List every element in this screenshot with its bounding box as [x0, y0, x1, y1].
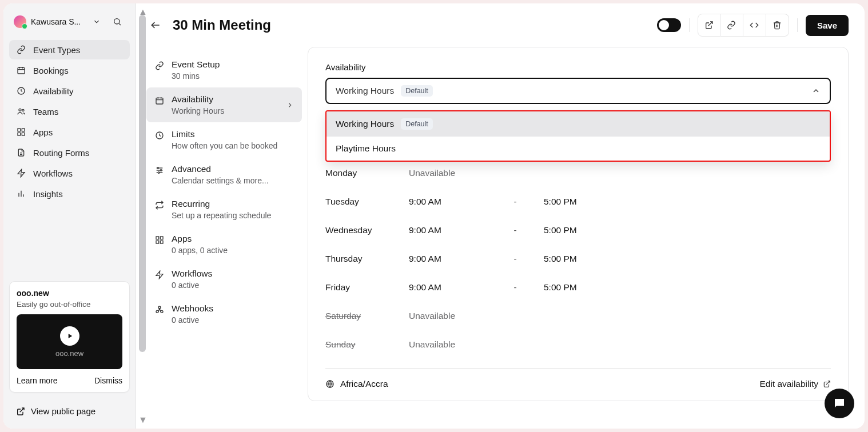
enabled-toggle[interactable]	[657, 18, 681, 32]
schedule-dash: -	[487, 225, 544, 235]
svg-rect-9	[18, 129, 21, 131]
setting-title: Apps	[172, 234, 228, 244]
schedule-unavailable: Unavailable	[409, 168, 455, 178]
promo-media-label: ooo.new	[55, 349, 83, 358]
promo-learn-more[interactable]: Learn more	[17, 376, 58, 385]
grid-icon	[154, 235, 165, 245]
svg-line-44	[826, 381, 830, 385]
sidebar-item-insights[interactable]: Insights	[9, 184, 130, 203]
sidebar-item-bookings[interactable]: Bookings	[9, 61, 130, 80]
setting-subtitle: 0 active	[172, 315, 213, 325]
dropdown-option-playtime-hours[interactable]: Playtime Hours	[327, 137, 830, 161]
scroll-up-icon[interactable]: ▲	[138, 7, 148, 17]
avatar	[14, 15, 26, 28]
user-menu[interactable]: Kawusara S...	[9, 10, 130, 33]
setting-limits[interactable]: LimitsHow often you can be booked	[146, 122, 302, 157]
svg-rect-2	[18, 67, 25, 74]
content: 30 Min Meeting Save Event Setup30 mins	[136, 3, 865, 429]
svg-point-0	[114, 19, 120, 24]
schedule-start: 9:00 AM	[409, 254, 487, 264]
sidebar-item-routing-forms[interactable]: Routing Forms	[9, 143, 130, 162]
delete-button[interactable]	[766, 14, 789, 37]
link-icon	[16, 45, 26, 55]
schedule-row: Wednesday 9:00 AM - 5:00 PM	[325, 216, 831, 245]
timezone-label: Africa/Accra	[340, 379, 388, 389]
edit-label: Edit availability	[759, 379, 818, 389]
clock-icon	[16, 86, 26, 96]
setting-apps[interactable]: Apps0 apps, 0 active	[146, 227, 302, 262]
sidebar-item-event-types[interactable]: Event Types	[9, 40, 130, 59]
schedule-dash: -	[487, 254, 544, 264]
search-icon[interactable]	[109, 14, 125, 30]
link-icon	[154, 61, 165, 71]
setting-subtitle: Calendar settings & more...	[172, 176, 269, 185]
svg-rect-37	[160, 241, 163, 243]
sidebar-item-label: Availability	[33, 86, 74, 96]
globe-icon	[325, 379, 335, 389]
promo-dismiss[interactable]: Dismiss	[94, 376, 122, 385]
svg-line-20	[20, 408, 24, 412]
schedule-end: 5:00 PM	[544, 225, 612, 235]
user-name: Kawusara S...	[31, 17, 84, 26]
sidebar-item-apps[interactable]: Apps	[9, 122, 130, 142]
external-link-icon	[823, 380, 831, 388]
repeat-icon	[154, 200, 165, 210]
sidebar-item-workflows[interactable]: Workflows	[9, 163, 130, 183]
grid-icon	[16, 127, 26, 137]
open-external-button[interactable]	[698, 14, 720, 37]
setting-advanced[interactable]: AdvancedCalendar settings & more...	[146, 157, 302, 192]
svg-rect-36	[156, 241, 159, 243]
scrollbar[interactable]	[139, 15, 146, 358]
setting-subtitle: How often you can be booked	[172, 141, 277, 150]
svg-line-1	[119, 23, 121, 25]
schedule-row: Monday Unavailable	[325, 159, 831, 187]
selected-option-label: Working Hours	[336, 86, 394, 96]
schedule-row: Saturday Unavailable	[325, 302, 831, 330]
setting-event-setup[interactable]: Event Setup30 mins	[146, 53, 302, 87]
schedule-end: 5:00 PM	[544, 197, 612, 207]
promo-video[interactable]: ooo.new	[17, 314, 122, 369]
default-badge: Default	[401, 118, 433, 130]
page-title: 30 Min Meeting	[173, 17, 649, 33]
chevron-right-icon	[286, 101, 294, 109]
edit-availability-link[interactable]: Edit availability	[759, 379, 831, 389]
dropdown-option-working-hours[interactable]: Working Hours Default	[327, 111, 830, 137]
sidebar-item-availability[interactable]: Availability	[9, 81, 130, 101]
embed-code-button[interactable]	[743, 14, 766, 37]
schedule-start: 9:00 AM	[409, 282, 487, 293]
play-icon	[60, 326, 79, 346]
chat-fab[interactable]	[825, 389, 854, 418]
schedule-day: Wednesday	[325, 225, 409, 235]
back-button[interactable]	[146, 16, 165, 34]
setting-availability[interactable]: AvailabilityWorking Hours	[146, 87, 302, 122]
promo-subtitle: Easily go out-of-office	[17, 300, 122, 309]
setting-recurring[interactable]: RecurringSet up a repeating schedule	[146, 192, 302, 227]
option-label: Working Hours	[336, 119, 394, 129]
sidebar-item-teams[interactable]: Teams	[9, 102, 130, 121]
svg-rect-12	[22, 133, 25, 135]
schedule-end: 5:00 PM	[544, 282, 612, 293]
setting-title: Event Setup	[172, 59, 220, 70]
svg-marker-15	[18, 169, 25, 177]
promo-title: ooo.new	[17, 289, 122, 298]
sidebar-nav: Event Types Bookings Availability Teams …	[9, 40, 130, 203]
svg-point-8	[22, 109, 24, 111]
setting-workflows[interactable]: Workflows0 active	[146, 262, 302, 297]
sidebar-item-label: Workflows	[33, 169, 73, 178]
copy-link-button[interactable]	[720, 14, 743, 37]
view-public-page[interactable]: View public page	[9, 401, 130, 422]
save-button[interactable]: Save	[806, 15, 849, 36]
calendar-icon	[16, 65, 26, 75]
bolt-icon	[154, 270, 165, 280]
calendar-icon	[154, 95, 165, 106]
topbar: 30 Min Meeting Save	[136, 3, 865, 47]
setting-title: Recurring	[172, 199, 271, 209]
setting-webhooks[interactable]: Webhooks0 active	[146, 297, 302, 331]
sidebar-item-label: Insights	[33, 189, 63, 199]
availability-select[interactable]: Working Hours Default	[325, 78, 831, 104]
setting-subtitle: Working Hours	[172, 106, 224, 115]
chevron-down-icon[interactable]	[89, 14, 105, 30]
scroll-down-icon[interactable]: ▼	[138, 415, 148, 425]
setting-subtitle: 30 mins	[172, 71, 220, 81]
webhook-icon	[154, 305, 165, 315]
